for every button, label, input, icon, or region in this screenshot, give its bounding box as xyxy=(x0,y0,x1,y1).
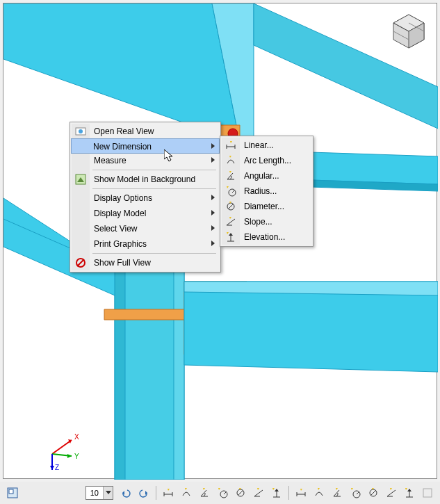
svg-marker-76 xyxy=(218,488,220,490)
svg-marker-107 xyxy=(405,488,407,490)
submenu-item-label: Arc Length... xyxy=(244,156,291,165)
svg-point-34 xyxy=(79,129,83,133)
submenu-item-angular-[interactable]: Angular... xyxy=(222,168,311,184)
view-cube[interactable] xyxy=(389,12,428,51)
arc-icon xyxy=(225,155,236,166)
bottom-toolbar: 10 xyxy=(0,482,440,504)
linear-dim-button[interactable] xyxy=(160,485,177,501)
svg-line-80 xyxy=(254,490,263,496)
submenu-item-slope-[interactable]: Slope... xyxy=(222,214,311,229)
svg-line-45 xyxy=(227,173,233,179)
submenu-arrow-icon xyxy=(211,225,215,231)
submenu-arrow-icon xyxy=(211,210,215,216)
menu-item-print-graphics[interactable]: Print Graphics xyxy=(72,236,219,252)
fullview-icon xyxy=(75,257,86,268)
svg-marker-63 xyxy=(106,491,111,494)
svg-marker-28 xyxy=(67,454,72,458)
measure-linear-button[interactable] xyxy=(293,485,309,501)
radius-dim-button[interactable] xyxy=(214,485,231,501)
svg-marker-73 xyxy=(203,488,205,490)
svg-marker-43 xyxy=(229,156,231,158)
submenu-item-diameter-[interactable]: Diameter... xyxy=(222,199,311,214)
svg-marker-103 xyxy=(390,488,392,490)
svg-marker-57 xyxy=(229,233,233,236)
diameter-dim-button[interactable] xyxy=(232,485,249,501)
measure-slope-button[interactable] xyxy=(383,485,400,501)
svg-marker-82 xyxy=(257,488,259,490)
measure-elevation-button[interactable] xyxy=(401,485,418,501)
radius-icon xyxy=(225,186,236,197)
zoom-selector[interactable]: 10 xyxy=(85,486,113,500)
menu-item-open-real-view[interactable]: Open Real View xyxy=(72,124,219,139)
svg-marker-86 xyxy=(272,488,275,490)
svg-marker-42 xyxy=(230,141,232,143)
svg-line-75 xyxy=(224,491,227,494)
svg-text:Z: Z xyxy=(55,464,59,471)
submenu-item-label: Elevation... xyxy=(244,232,285,242)
undo-button[interactable] xyxy=(117,485,134,501)
submenu-arrow-icon xyxy=(211,157,215,163)
measure-diameter-button[interactable] xyxy=(365,485,382,501)
redo-button[interactable] xyxy=(136,485,152,501)
measure-arc-button[interactable] xyxy=(311,485,327,501)
submenu-item-elevation-[interactable]: Elevation... xyxy=(222,229,311,245)
svg-text:X: X xyxy=(74,433,79,441)
menu-item-label: Measure xyxy=(94,156,127,165)
svg-marker-31 xyxy=(50,466,54,470)
slope-icon xyxy=(225,216,236,227)
zoom-dropdown[interactable] xyxy=(103,487,113,499)
arc-dim-button[interactable] xyxy=(178,485,195,501)
submenu-item-radius-[interactable]: Radius... xyxy=(222,184,311,199)
angular-icon xyxy=(225,170,236,181)
submenu-item-label: Angular... xyxy=(244,171,279,181)
view-mode-toggle[interactable] xyxy=(4,485,21,501)
submenu-item-label: Diameter... xyxy=(244,202,284,211)
svg-line-53 xyxy=(227,219,235,225)
submenu-item-label: Radius... xyxy=(244,186,277,196)
svg-marker-70 xyxy=(185,488,187,490)
submenu-arrow-icon xyxy=(211,241,215,246)
svg-marker-90 xyxy=(300,489,302,491)
svg-text:Y: Y xyxy=(74,453,79,460)
svg-marker-55 xyxy=(229,217,231,219)
menu-item-label: Show Model in Background xyxy=(94,174,195,184)
submenu-item-arc-length-[interactable]: Arc Length... xyxy=(222,153,311,168)
menu-item-measure[interactable]: Measure xyxy=(72,153,219,168)
axis-gizmo: X Y Z xyxy=(38,423,80,464)
elevation-dim-button[interactable] xyxy=(268,485,285,501)
menu-item-label: Print Graphics xyxy=(94,239,147,249)
angular-dim-button[interactable] xyxy=(196,485,213,501)
menu-item-label: Display Options xyxy=(94,193,152,203)
menu-item-label: New Dimension xyxy=(93,142,152,152)
svg-line-24 xyxy=(52,440,72,454)
measure-radius-button[interactable] xyxy=(347,485,364,501)
svg-marker-84 xyxy=(275,489,279,491)
menu-item-new-dimension[interactable]: New Dimension xyxy=(71,138,220,154)
slope-dim-button[interactable] xyxy=(250,485,267,501)
menu-item-show-full-view[interactable]: Show Full View xyxy=(72,255,219,270)
svg-marker-46 xyxy=(229,171,231,173)
measure-blank-button[interactable] xyxy=(419,485,436,501)
svg-marker-59 xyxy=(227,232,229,234)
menu-item-select-view[interactable]: Select View xyxy=(72,221,219,236)
measure-angular-button[interactable] xyxy=(329,485,345,501)
svg-line-48 xyxy=(232,190,235,193)
linear-icon xyxy=(225,140,236,151)
submenu-arrow-icon xyxy=(211,143,215,149)
svg-rect-108 xyxy=(423,489,432,497)
zoom-value: 10 xyxy=(86,489,103,497)
svg-marker-97 xyxy=(351,488,353,490)
toolbar-separator xyxy=(288,486,289,500)
submenu-item-linear-[interactable]: Linear... xyxy=(222,138,311,153)
submenu-item-label: Linear... xyxy=(244,140,274,150)
menu-item-label: Show Full View xyxy=(94,258,151,268)
svg-line-38 xyxy=(77,259,84,266)
svg-marker-69 xyxy=(168,489,170,491)
menu-item-display-options[interactable]: Display Options xyxy=(72,190,219,206)
context-menu: Open Real ViewNew DimensionMeasureShow M… xyxy=(70,122,221,273)
svg-line-51 xyxy=(228,204,234,209)
realview-icon xyxy=(75,126,86,137)
menu-item-display-model[interactable]: Display Model xyxy=(72,206,219,221)
menu-item-show-model-in-background[interactable]: Show Model in Background xyxy=(72,172,219,187)
svg-line-93 xyxy=(334,490,339,496)
